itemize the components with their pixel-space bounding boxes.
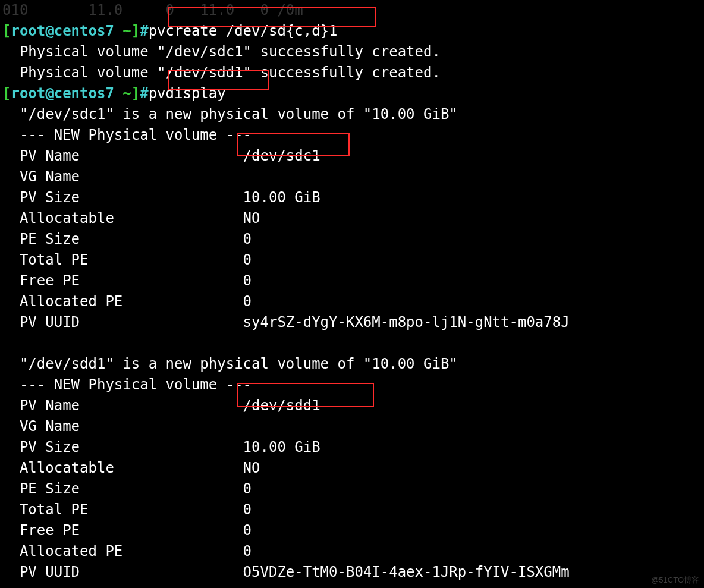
terminal-output[interactable]: 010 11.0 0 11.0 0 /0m [root@centos7 ~]#p… <box>0 0 704 583</box>
